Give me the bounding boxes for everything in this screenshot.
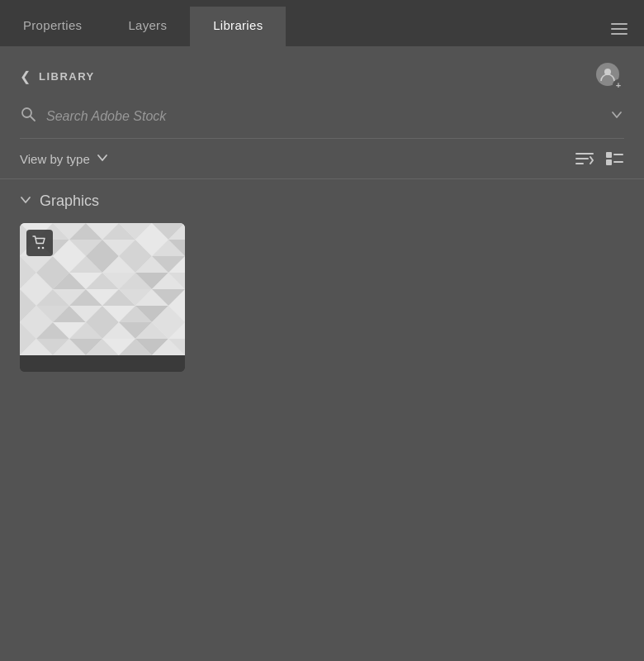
- graphic-card[interactable]: [20, 223, 185, 372]
- view-icons-group: [575, 150, 624, 167]
- search-dropdown-button[interactable]: [609, 107, 624, 126]
- graphics-grid: [20, 223, 624, 372]
- search-input[interactable]: [46, 109, 599, 124]
- search-icon: [20, 106, 36, 126]
- main-content: Graphics: [0, 179, 644, 661]
- tab-libraries[interactable]: Libraries: [190, 7, 286, 46]
- view-by-type-label: View by type: [20, 152, 90, 166]
- svg-rect-7: [606, 159, 612, 165]
- graphics-section-title: Graphics: [40, 193, 99, 210]
- view-type-chevron-icon: [97, 152, 108, 166]
- panel: » Properties Layers Libraries ❮ LIBRARY: [0, 0, 644, 661]
- graphic-footer: [20, 355, 185, 372]
- graphics-section-header[interactable]: Graphics: [20, 193, 624, 210]
- svg-rect-6: [606, 152, 612, 158]
- library-title: LIBRARY: [39, 70, 95, 83]
- add-user-button[interactable]: +: [594, 61, 624, 91]
- tab-layers[interactable]: Layers: [105, 7, 190, 46]
- panel-content: ❮ LIBRARY +: [0, 46, 644, 661]
- tab-properties[interactable]: Properties: [0, 7, 105, 46]
- svg-point-1: [22, 108, 31, 117]
- back-to-library-button[interactable]: ❮ LIBRARY: [20, 69, 95, 84]
- plus-badge-icon: +: [613, 79, 624, 91]
- list-view-button[interactable]: [604, 150, 624, 167]
- view-controls: View by type: [0, 139, 644, 179]
- hamburger-icon: [611, 23, 627, 35]
- graphics-section-chevron-icon: [20, 194, 31, 208]
- svg-point-10: [38, 247, 40, 250]
- view-by-type-dropdown[interactable]: View by type: [20, 152, 108, 166]
- avatar-plus-icon: +: [596, 63, 623, 89]
- graphic-thumbnail: [20, 223, 185, 355]
- panel-menu-button[interactable]: [594, 12, 644, 46]
- svg-point-11: [42, 247, 45, 250]
- svg-line-2: [31, 117, 35, 121]
- tab-bar: Properties Layers Libraries: [0, 0, 644, 46]
- search-bar: [20, 106, 624, 139]
- library-header: ❮ LIBRARY +: [0, 46, 644, 106]
- back-chevron-icon: ❮: [20, 69, 31, 84]
- sort-button[interactable]: [575, 150, 594, 167]
- cart-icon: [26, 230, 53, 256]
- search-section: [0, 106, 644, 139]
